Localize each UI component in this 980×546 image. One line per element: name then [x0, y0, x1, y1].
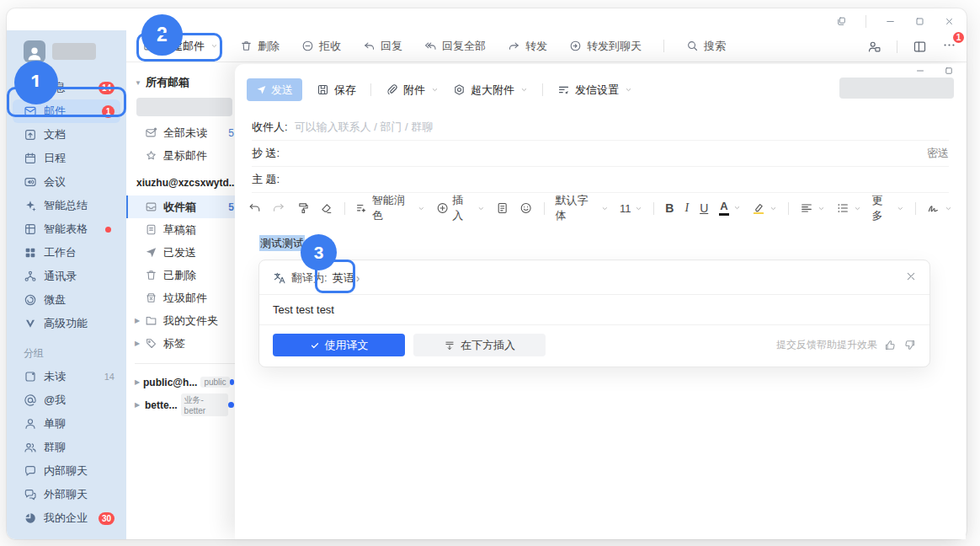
shared-mailbox-label: public@h...	[143, 377, 197, 388]
restore-icon[interactable]	[836, 16, 847, 27]
bold-button[interactable]: B	[665, 201, 674, 215]
sidebar-item[interactable]: 通讯录	[13, 265, 120, 288]
font-family-select[interactable]: 默认字体	[555, 193, 608, 223]
folder-item[interactable]: ▶ 标签	[126, 332, 244, 355]
badge: 30	[99, 512, 115, 525]
maximize-icon[interactable]	[944, 66, 954, 76]
sidebar-item[interactable]: 高级功能	[13, 312, 120, 335]
smart-polish-button[interactable]: 智能润色	[355, 193, 425, 223]
redacted-sender-block	[839, 78, 954, 99]
minimize-icon[interactable]	[885, 16, 896, 27]
sidebar-group-item[interactable]: 群聊	[13, 436, 120, 459]
use-translation-button[interactable]: 使用译文	[273, 334, 405, 356]
send-settings-icon	[557, 83, 570, 96]
folder-item[interactable]: ▶ 已发送	[126, 241, 244, 264]
send-button[interactable]: 发送	[247, 78, 302, 101]
chevron-down-icon	[897, 205, 904, 212]
font-color-button[interactable]: A	[719, 201, 740, 216]
subject-field[interactable]: 主 题:	[252, 167, 949, 193]
profile[interactable]	[24, 40, 126, 62]
sidebar-item[interactable]: 工作台	[13, 241, 120, 265]
folder-item[interactable]: ▶ 收件箱 5	[126, 195, 244, 218]
toolbar-right: 1	[867, 30, 956, 62]
folder-icon	[145, 314, 157, 327]
thumb-up-icon[interactable]	[884, 339, 897, 351]
sidebar-group-item[interactable]: 单聊	[13, 412, 120, 436]
layout-panel-icon[interactable]	[913, 40, 927, 54]
clear-format-icon[interactable]	[320, 201, 333, 215]
italic-button[interactable]: I	[684, 201, 689, 215]
search-button[interactable]: 搜索	[686, 39, 726, 54]
underline-button[interactable]: U	[700, 201, 708, 215]
sidebar-group-item[interactable]: @我	[13, 388, 120, 412]
toolbar-action[interactable]: 删除	[240, 39, 280, 54]
sidebar-item[interactable]: 微盘	[13, 288, 120, 312]
insert-button[interactable]: 插入	[436, 193, 485, 223]
folder-item[interactable]: ▶ 我的文件夹	[126, 309, 244, 332]
toolbar-action[interactable]: 回复全部	[424, 39, 486, 54]
folder-item[interactable]: ▶ 已删除	[126, 264, 244, 286]
insert-below-button[interactable]: 在下方插入	[413, 334, 546, 356]
sidebar-item-label: 我的企业	[44, 511, 88, 526]
undo-icon[interactable]	[248, 201, 261, 215]
close-icon[interactable]	[904, 270, 918, 283]
shared-mailbox-item[interactable]: ▶ bette... 业务-better	[126, 393, 244, 416]
sidebar-item-label: 内部聊天	[44, 463, 88, 479]
toolbar-action[interactable]: 转发	[508, 39, 547, 54]
send-settings-button[interactable]: 发信设置	[557, 83, 632, 98]
attachment-button[interactable]: 附件	[386, 83, 439, 98]
emoji-icon[interactable]	[519, 201, 532, 215]
caret-right-icon: ▶	[135, 340, 142, 347]
recipient-field[interactable]: 收件人: 可以输入联系人 / 部门 / 群聊	[252, 115, 949, 141]
align-button[interactable]	[800, 201, 825, 215]
minimize-icon[interactable]	[915, 66, 925, 76]
template-icon[interactable]	[496, 201, 509, 215]
account-address[interactable]: xiuzhu@xzcsxwytd...	[126, 167, 244, 190]
highlight-button[interactable]	[752, 201, 777, 215]
sidebar-item[interactable]: 日程	[13, 147, 120, 170]
unread-mail-icon	[145, 126, 157, 139]
toolbar-action[interactable]: 拒收	[301, 39, 341, 54]
insert-plus-icon	[436, 201, 449, 215]
sidebar-item[interactable]: 文档	[13, 123, 120, 147]
sidebar-item[interactable]: 会议	[13, 170, 120, 194]
folder-item[interactable]: ▶ 全部未读 5	[126, 121, 244, 144]
thumb-down-icon[interactable]	[903, 339, 916, 351]
signature-button[interactable]	[927, 201, 952, 215]
folder-item[interactable]: ▶ 星标邮件	[126, 144, 244, 167]
sidebar-item[interactable]: 智能表格	[13, 217, 120, 241]
font-size-select[interactable]: 11	[620, 202, 643, 215]
shared-mailbox-item[interactable]: ▶ public@h... public	[126, 371, 244, 393]
toolbar-action-label: 回复	[381, 39, 402, 54]
maximize-icon[interactable]	[914, 16, 925, 27]
large-attachment-button[interactable]: 超大附件	[453, 83, 528, 98]
all-mailboxes[interactable]: ▼ 所有邮箱	[126, 62, 244, 90]
folder-item[interactable]: ▶ 垃圾邮件	[126, 286, 244, 309]
toolbar-action[interactable]: 转发到聊天	[569, 39, 642, 54]
sidebar-group-item[interactable]: 外部聊天	[13, 483, 120, 506]
save-button[interactable]: 保存	[317, 83, 356, 98]
sidebar-group-item[interactable]: 内部聊天	[13, 459, 120, 483]
avatar[interactable]	[24, 40, 45, 62]
close-icon[interactable]	[944, 16, 955, 27]
sidebar-item[interactable]: 智能总结	[13, 194, 120, 217]
contact-card-icon[interactable]	[867, 40, 881, 54]
mail-body[interactable]: 测试测试 翻译为: 英语 › Test test test	[235, 223, 966, 367]
format-painter-icon[interactable]	[296, 201, 309, 215]
star-icon	[145, 149, 157, 162]
bcc-link[interactable]: 密送	[927, 146, 949, 161]
selected-body-text[interactable]: 测试测试	[259, 235, 305, 251]
more-format-button[interactable]: 更多	[872, 193, 904, 223]
contacts-icon	[24, 270, 37, 283]
app-window: 消息 14 邮件 1 文档 日程	[7, 8, 967, 539]
sidebar-group-item[interactable]: 我的企业 30	[13, 506, 120, 530]
list-button[interactable]	[836, 201, 861, 215]
sidebar-group-item[interactable]: 未读 14	[13, 365, 120, 388]
divider	[788, 202, 789, 215]
more-menu[interactable]: 1	[942, 38, 956, 56]
toolbar-action-label: 拒收	[319, 39, 341, 54]
redo-icon[interactable]	[272, 201, 285, 215]
folder-item[interactable]: ▶ 草稿箱	[126, 218, 244, 241]
cc-field[interactable]: 抄 送: 密送	[252, 141, 949, 167]
toolbar-action[interactable]: 回复	[363, 39, 402, 54]
